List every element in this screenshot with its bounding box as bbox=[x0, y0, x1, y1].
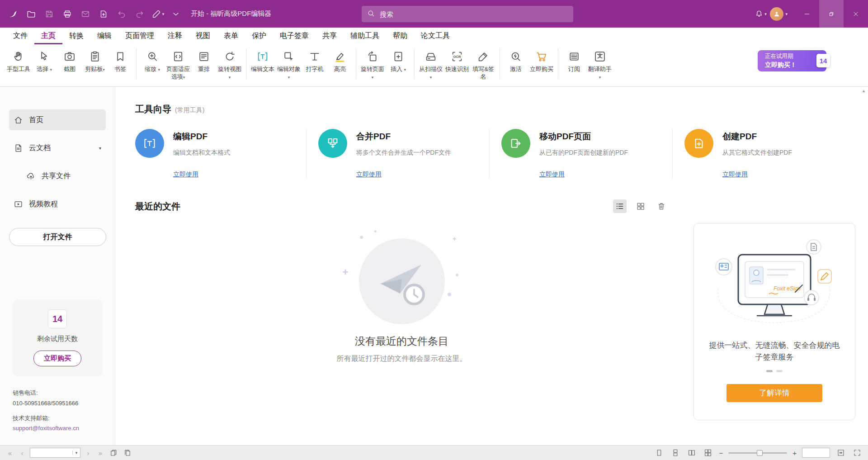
customize-toolbar-chevron-icon[interactable] bbox=[167, 5, 184, 23]
menu-edit[interactable]: 编辑 bbox=[90, 28, 118, 44]
zoom-in-button[interactable]: + bbox=[793, 449, 797, 457]
save-icon[interactable] bbox=[41, 5, 58, 23]
clear-recent-trash-button[interactable] bbox=[655, 199, 668, 213]
share-document-icon[interactable] bbox=[95, 5, 112, 23]
facing-view-icon[interactable] bbox=[686, 447, 697, 458]
zoom-out-button[interactable]: − bbox=[719, 449, 723, 457]
grid-view-button[interactable] bbox=[634, 199, 647, 213]
ribbon-subscribe[interactable]: 订阅 bbox=[561, 47, 587, 74]
ribbon-fill-sign[interactable]: 填写&签名 bbox=[470, 47, 496, 82]
ribbon-translate-assistant[interactable]: 翻译助手▾ bbox=[587, 47, 613, 82]
ribbon-insert-pages[interactable]: 插入 ▾ bbox=[386, 47, 411, 74]
tool-card-move-pdf-pages[interactable]: 移动PDF页面 从已有的PDF页面创建新的PDF 立即使用 bbox=[489, 129, 672, 179]
support-email-link[interactable]: support@foxitsoftware.cn bbox=[13, 423, 102, 434]
facing-continuous-view-icon[interactable] bbox=[703, 447, 713, 458]
zoom-slider[interactable] bbox=[728, 452, 787, 454]
user-avatar[interactable] bbox=[770, 7, 783, 21]
ribbon-edit-text[interactable]: 编辑文本 bbox=[250, 47, 276, 74]
menu-form[interactable]: 表单 bbox=[217, 28, 245, 44]
ribbon-hand-tool[interactable]: 手型工具 bbox=[5, 47, 32, 74]
ribbon-reflow[interactable]: 重排 bbox=[191, 47, 217, 74]
tool-card-edit-pdf[interactable]: 编辑PDF 编辑文档和文本格式 立即使用 bbox=[135, 129, 306, 179]
menu-comment[interactable]: 注释 bbox=[161, 28, 189, 44]
global-search[interactable] bbox=[362, 6, 573, 22]
continuous-view-icon[interactable] bbox=[670, 447, 681, 458]
menu-share[interactable]: 共享 bbox=[316, 28, 344, 44]
list-view-button[interactable] bbox=[613, 199, 627, 213]
menu-accessibility[interactable]: 辅助工具 bbox=[344, 28, 386, 44]
maximize-restore-button[interactable] bbox=[819, 0, 844, 28]
use-now-link[interactable]: 立即使用 bbox=[356, 171, 382, 179]
chevron-down-icon[interactable]: ▾ bbox=[785, 12, 788, 16]
fullscreen-icon[interactable] bbox=[852, 447, 863, 458]
ribbon-buy-now[interactable]: 立即购买 bbox=[528, 47, 555, 74]
ribbon-zoom[interactable]: 缩放 ▾ bbox=[140, 47, 165, 74]
mail-icon[interactable] bbox=[77, 5, 94, 23]
ribbon-quick-ocr[interactable]: OCR 快速识别 bbox=[444, 47, 470, 74]
notifications-bell-icon[interactable]: ▾ bbox=[752, 5, 769, 23]
minimize-button[interactable] bbox=[795, 0, 819, 28]
menu-home[interactable]: 主页 bbox=[34, 28, 62, 44]
use-now-link[interactable]: 立即使用 bbox=[173, 171, 198, 179]
vertical-scrollbar[interactable]: ▲ bbox=[861, 89, 867, 443]
menu-page-organize[interactable]: 页面管理 bbox=[118, 28, 161, 44]
redo-icon[interactable] bbox=[131, 5, 148, 23]
cloud-share-icon bbox=[26, 171, 36, 181]
menu-convert[interactable]: 转换 bbox=[62, 28, 90, 44]
ribbon-snapshot[interactable]: 截图 bbox=[57, 47, 82, 74]
next-page-button[interactable]: › bbox=[84, 449, 93, 457]
ribbon-page-fit-options[interactable]: 页面适应选项▾ bbox=[165, 47, 191, 82]
ribbon-select[interactable]: 选择 ▾ bbox=[32, 47, 57, 74]
last-page-button[interactable]: » bbox=[96, 449, 105, 457]
carousel-dot[interactable] bbox=[766, 370, 773, 372]
ribbon-activate[interactable]: 激活 bbox=[503, 47, 528, 74]
previous-view-icon[interactable] bbox=[108, 447, 119, 458]
open-file-button[interactable]: 打开文件 bbox=[9, 228, 106, 246]
ribbon-edit-object[interactable]: 编辑对象▾ bbox=[276, 47, 302, 82]
menu-paper-tools[interactable]: 论文工具 bbox=[414, 28, 457, 44]
menu-protect[interactable]: 保护 bbox=[245, 28, 273, 44]
search-input[interactable] bbox=[379, 10, 568, 19]
ribbon-typewriter[interactable]: 打字机 bbox=[302, 47, 327, 74]
buy-now-button[interactable]: 立即购买 bbox=[33, 351, 81, 366]
first-page-button[interactable]: « bbox=[5, 449, 14, 457]
ribbon-from-scanner[interactable]: 从扫描仪▾ bbox=[418, 47, 444, 82]
tool-card-create-pdf[interactable]: 创建PDF 从其它格式文件创建PDF 立即使用 bbox=[672, 129, 855, 179]
menu-help[interactable]: 帮助 bbox=[386, 28, 414, 44]
page-number-box[interactable]: ▾ bbox=[30, 448, 80, 458]
zoom-level-box[interactable] bbox=[802, 448, 830, 458]
trial-banner[interactable]: 正在试用期 立即购买！ 14 bbox=[758, 50, 826, 71]
fit-page-icon[interactable] bbox=[835, 447, 846, 458]
ribbon-rotate-view[interactable]: 旋转视图▾ bbox=[217, 47, 243, 82]
undo-icon[interactable] bbox=[113, 5, 130, 23]
scroll-up-arrow-icon[interactable]: ▲ bbox=[862, 89, 866, 443]
sidebar-item-video-tutorials[interactable]: 视频教程 bbox=[9, 194, 106, 214]
previous-page-button[interactable]: ‹ bbox=[18, 449, 27, 457]
page-dropdown-caret-icon[interactable]: ▾ bbox=[72, 451, 80, 455]
page-number-input[interactable] bbox=[30, 450, 72, 456]
use-now-link[interactable]: 立即使用 bbox=[539, 171, 565, 179]
menu-file[interactable]: 文件 bbox=[6, 28, 34, 44]
learn-more-button[interactable]: 了解详情 bbox=[726, 384, 822, 402]
next-view-icon[interactable] bbox=[122, 447, 133, 458]
tool-card-merge-pdf[interactable]: 合并PDF 将多个文件合并生成一个PDF文件 立即使用 bbox=[306, 129, 489, 179]
use-now-link[interactable]: 立即使用 bbox=[722, 171, 748, 179]
close-button[interactable] bbox=[844, 0, 868, 28]
open-file-icon[interactable] bbox=[23, 5, 40, 23]
zoom-level-input[interactable] bbox=[802, 448, 830, 457]
esign-quick-icon[interactable]: ▾ bbox=[149, 5, 166, 23]
chevron-down-icon[interactable]: ▾ bbox=[99, 146, 101, 151]
ribbon-rotate-pages[interactable]: 旋转页面▾ bbox=[359, 47, 386, 82]
sidebar-item-home[interactable]: 首页 bbox=[9, 109, 106, 130]
carousel-dot[interactable] bbox=[776, 370, 783, 372]
menu-view[interactable]: 视图 bbox=[189, 28, 217, 44]
ribbon-bookmark[interactable]: 书签 bbox=[108, 47, 133, 74]
print-icon[interactable] bbox=[59, 5, 76, 23]
menu-esign[interactable]: 电子签章 bbox=[273, 28, 316, 44]
zoom-slider-thumb[interactable] bbox=[757, 450, 763, 456]
ribbon-clipboard[interactable]: 剪贴板▾ bbox=[82, 47, 108, 74]
ribbon-highlight[interactable]: 高亮 bbox=[327, 47, 353, 74]
single-page-view-icon[interactable] bbox=[654, 447, 665, 458]
sidebar-item-cloud-docs[interactable]: 云文档 ▾ bbox=[9, 138, 106, 158]
sidebar-item-shared-files[interactable]: 共享文件 bbox=[22, 166, 106, 186]
